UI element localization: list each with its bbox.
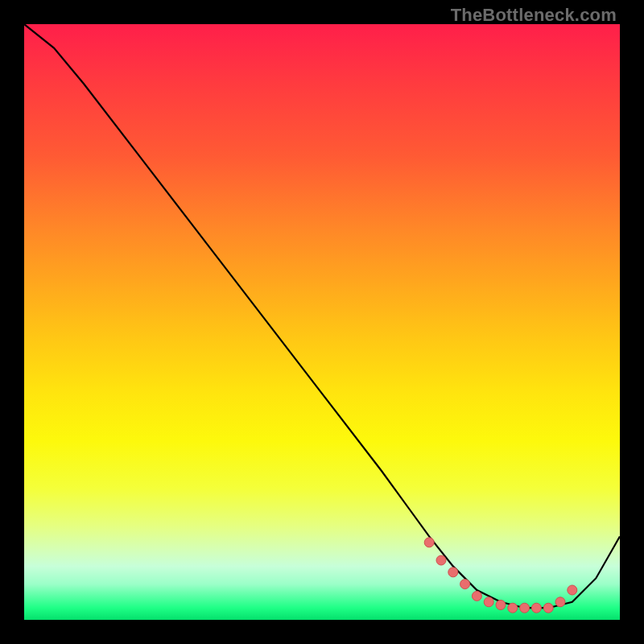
marker-point [460, 580, 470, 589]
bottleneck-curve [24, 24, 620, 608]
chart-frame: TheBottleneck.com [0, 0, 644, 644]
marker-point [568, 585, 577, 595]
marker-point [496, 601, 506, 610]
marker-point [484, 597, 493, 607]
watermark-text: TheBottleneck.com [451, 5, 617, 26]
marker-point [508, 603, 518, 613]
marker-point [472, 591, 481, 601]
marker-point [543, 603, 553, 613]
marker-point [555, 597, 565, 607]
marker-point [448, 568, 458, 577]
marker-point [531, 603, 541, 613]
marker-point [520, 603, 530, 613]
marker-group [424, 538, 577, 613]
plot-area [24, 24, 620, 620]
marker-point [424, 538, 434, 547]
chart-svg [24, 24, 620, 620]
marker-point [436, 555, 446, 565]
